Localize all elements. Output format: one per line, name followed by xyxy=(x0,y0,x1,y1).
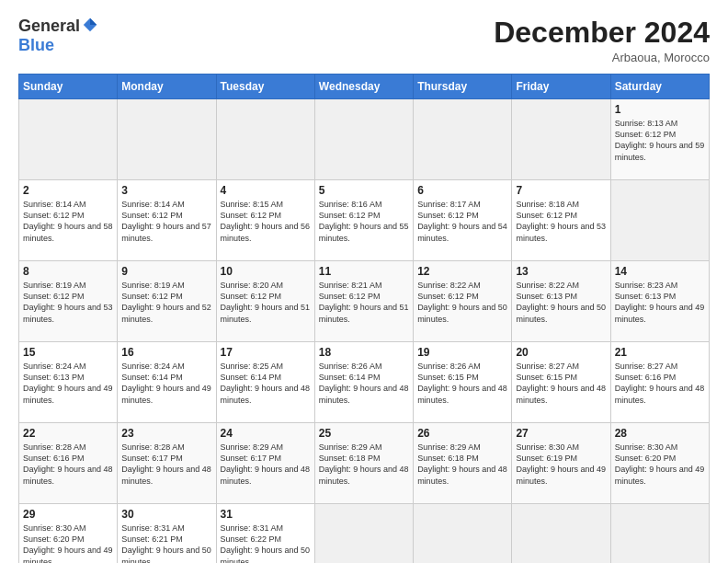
day-info: Sunrise: 8:18 AMSunset: 6:12 PMDaylight:… xyxy=(516,199,606,244)
calendar-day-cell: 28Sunrise: 8:30 AMSunset: 6:20 PMDayligh… xyxy=(610,423,709,504)
header: General Blue December 2024 Arbaoua, Moro… xyxy=(18,17,710,64)
calendar-day-cell: 19Sunrise: 8:26 AMSunset: 6:15 PMDayligh… xyxy=(414,342,512,423)
day-number: 6 xyxy=(417,184,507,197)
location-subtitle: Arbaoua, Morocco xyxy=(494,51,710,64)
calendar-day-cell: 21Sunrise: 8:27 AMSunset: 6:16 PMDayligh… xyxy=(610,342,709,423)
calendar-day-cell: 22Sunrise: 8:28 AMSunset: 6:16 PMDayligh… xyxy=(19,423,118,504)
calendar-day-cell xyxy=(314,504,413,563)
day-number: 27 xyxy=(516,427,606,440)
header-day: Monday xyxy=(118,75,216,99)
day-number: 25 xyxy=(319,427,409,440)
day-info: Sunrise: 8:20 AMSunset: 6:12 PMDaylight:… xyxy=(221,280,311,325)
calendar-day-cell: 25Sunrise: 8:29 AMSunset: 6:18 PMDayligh… xyxy=(314,423,413,504)
calendar-day-cell: 12Sunrise: 8:22 AMSunset: 6:12 PMDayligh… xyxy=(414,261,512,342)
calendar-day-cell: 13Sunrise: 8:22 AMSunset: 6:13 PMDayligh… xyxy=(512,261,610,342)
calendar-day-cell: 16Sunrise: 8:24 AMSunset: 6:14 PMDayligh… xyxy=(118,342,216,423)
day-number: 13 xyxy=(516,265,606,278)
day-number: 26 xyxy=(417,427,507,440)
calendar-day-cell: 24Sunrise: 8:29 AMSunset: 6:17 PMDayligh… xyxy=(216,423,314,504)
day-number: 23 xyxy=(121,427,211,440)
calendar-day-cell: 9Sunrise: 8:19 AMSunset: 6:12 PMDaylight… xyxy=(118,261,216,342)
day-number: 2 xyxy=(23,184,113,197)
calendar-day-cell xyxy=(314,99,413,180)
day-number: 24 xyxy=(221,427,311,440)
calendar-day-cell: 14Sunrise: 8:23 AMSunset: 6:13 PMDayligh… xyxy=(610,261,709,342)
day-info: Sunrise: 8:22 AMSunset: 6:12 PMDaylight:… xyxy=(417,280,507,325)
calendar-day-cell: 17Sunrise: 8:25 AMSunset: 6:14 PMDayligh… xyxy=(216,342,314,423)
header-day: Thursday xyxy=(414,75,512,99)
calendar-week-row: 29Sunrise: 8:30 AMSunset: 6:20 PMDayligh… xyxy=(19,504,710,563)
calendar-day-cell: 23Sunrise: 8:28 AMSunset: 6:17 PMDayligh… xyxy=(118,423,216,504)
calendar-week-row: 22Sunrise: 8:28 AMSunset: 6:16 PMDayligh… xyxy=(19,423,710,504)
calendar-day-cell xyxy=(610,180,709,261)
calendar-day-cell: 10Sunrise: 8:20 AMSunset: 6:12 PMDayligh… xyxy=(216,261,314,342)
day-info: Sunrise: 8:29 AMSunset: 6:18 PMDaylight:… xyxy=(417,442,507,487)
calendar-day-cell xyxy=(118,99,216,180)
logo-general: General xyxy=(18,17,80,36)
day-number: 5 xyxy=(319,184,409,197)
day-number: 22 xyxy=(23,427,113,440)
day-info: Sunrise: 8:27 AMSunset: 6:15 PMDaylight:… xyxy=(516,361,606,406)
calendar-day-cell xyxy=(414,99,512,180)
calendar-body: 1Sunrise: 8:13 AMSunset: 6:12 PMDaylight… xyxy=(19,99,710,563)
calendar-day-cell: 26Sunrise: 8:29 AMSunset: 6:18 PMDayligh… xyxy=(414,423,512,504)
day-number: 9 xyxy=(121,265,211,278)
calendar-day-cell: 18Sunrise: 8:26 AMSunset: 6:14 PMDayligh… xyxy=(314,342,413,423)
day-info: Sunrise: 8:27 AMSunset: 6:16 PMDaylight:… xyxy=(615,361,705,406)
day-info: Sunrise: 8:22 AMSunset: 6:13 PMDaylight:… xyxy=(516,280,606,325)
calendar-day-cell: 5Sunrise: 8:16 AMSunset: 6:12 PMDaylight… xyxy=(314,180,413,261)
svg-marker-1 xyxy=(90,17,97,24)
day-info: Sunrise: 8:17 AMSunset: 6:12 PMDaylight:… xyxy=(417,199,507,244)
day-info: Sunrise: 8:28 AMSunset: 6:17 PMDaylight:… xyxy=(121,442,211,487)
day-number: 3 xyxy=(121,184,211,197)
day-number: 7 xyxy=(516,184,606,197)
calendar-day-cell: 1Sunrise: 8:13 AMSunset: 6:12 PMDaylight… xyxy=(610,99,709,180)
day-info: Sunrise: 8:29 AMSunset: 6:18 PMDaylight:… xyxy=(319,442,409,487)
day-info: Sunrise: 8:31 AMSunset: 6:21 PMDaylight:… xyxy=(121,523,211,563)
page: General Blue December 2024 Arbaoua, Moro… xyxy=(0,0,728,563)
logo-blue-text: Blue xyxy=(18,36,54,55)
day-number: 1 xyxy=(615,103,705,116)
calendar-day-cell: 15Sunrise: 8:24 AMSunset: 6:13 PMDayligh… xyxy=(19,342,118,423)
day-number: 11 xyxy=(319,265,409,278)
calendar-day-cell: 31Sunrise: 8:31 AMSunset: 6:22 PMDayligh… xyxy=(216,504,314,563)
day-number: 29 xyxy=(23,508,113,521)
calendar-day-cell: 4Sunrise: 8:15 AMSunset: 6:12 PMDaylight… xyxy=(216,180,314,261)
calendar-week-row: 8Sunrise: 8:19 AMSunset: 6:12 PMDaylight… xyxy=(19,261,710,342)
day-info: Sunrise: 8:25 AMSunset: 6:14 PMDaylight:… xyxy=(221,361,311,406)
day-info: Sunrise: 8:14 AMSunset: 6:12 PMDaylight:… xyxy=(23,199,113,244)
logo: General Blue xyxy=(18,17,98,55)
day-number: 15 xyxy=(23,346,113,359)
day-number: 4 xyxy=(221,184,311,197)
day-number: 14 xyxy=(615,265,705,278)
day-info: Sunrise: 8:26 AMSunset: 6:14 PMDaylight:… xyxy=(319,361,409,406)
calendar-day-cell: 11Sunrise: 8:21 AMSunset: 6:12 PMDayligh… xyxy=(314,261,413,342)
day-number: 21 xyxy=(615,346,705,359)
day-info: Sunrise: 8:21 AMSunset: 6:12 PMDaylight:… xyxy=(319,280,409,325)
calendar-day-cell xyxy=(610,504,709,563)
header-row: SundayMondayTuesdayWednesdayThursdayFrid… xyxy=(19,75,710,99)
calendar-day-cell xyxy=(512,504,610,563)
calendar-header: SundayMondayTuesdayWednesdayThursdayFrid… xyxy=(19,75,710,99)
header-day: Wednesday xyxy=(314,75,413,99)
header-day: Saturday xyxy=(610,75,709,99)
header-day: Sunday xyxy=(19,75,118,99)
day-info: Sunrise: 8:26 AMSunset: 6:15 PMDaylight:… xyxy=(417,361,507,406)
calendar-day-cell: 8Sunrise: 8:19 AMSunset: 6:12 PMDaylight… xyxy=(19,261,118,342)
calendar-week-row: 15Sunrise: 8:24 AMSunset: 6:13 PMDayligh… xyxy=(19,342,710,423)
calendar-day-cell xyxy=(512,99,610,180)
day-info: Sunrise: 8:19 AMSunset: 6:12 PMDaylight:… xyxy=(121,280,211,325)
day-info: Sunrise: 8:30 AMSunset: 6:19 PMDaylight:… xyxy=(516,442,606,487)
day-number: 8 xyxy=(23,265,113,278)
day-info: Sunrise: 8:24 AMSunset: 6:14 PMDaylight:… xyxy=(121,361,211,406)
day-number: 19 xyxy=(417,346,507,359)
calendar-day-cell: 30Sunrise: 8:31 AMSunset: 6:21 PMDayligh… xyxy=(118,504,216,563)
day-number: 17 xyxy=(221,346,311,359)
day-info: Sunrise: 8:23 AMSunset: 6:13 PMDaylight:… xyxy=(615,280,705,325)
header-day: Tuesday xyxy=(216,75,314,99)
calendar-day-cell: 7Sunrise: 8:18 AMSunset: 6:12 PMDaylight… xyxy=(512,180,610,261)
day-info: Sunrise: 8:29 AMSunset: 6:17 PMDaylight:… xyxy=(221,442,311,487)
day-info: Sunrise: 8:31 AMSunset: 6:22 PMDaylight:… xyxy=(221,523,311,563)
day-info: Sunrise: 8:15 AMSunset: 6:12 PMDaylight:… xyxy=(221,199,311,244)
calendar-day-cell: 6Sunrise: 8:17 AMSunset: 6:12 PMDaylight… xyxy=(414,180,512,261)
